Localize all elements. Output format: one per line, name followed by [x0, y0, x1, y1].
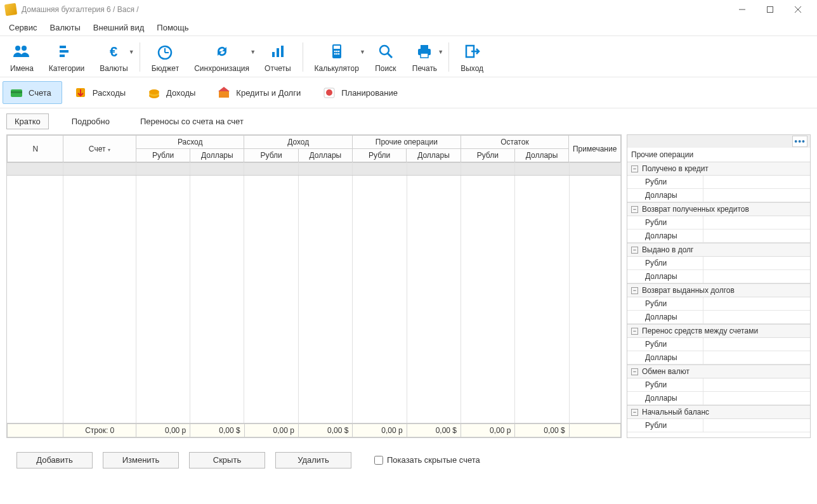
- col-expense[interactable]: Расход: [136, 136, 244, 149]
- side-group-1[interactable]: −Возврат полученных кредитов: [627, 203, 810, 216]
- show-hidden-checkbox[interactable]: Показать скрытые счета: [374, 455, 480, 465]
- section-accounts[interactable]: Счета: [3, 81, 62, 104]
- table-row[interactable]: [7, 163, 621, 176]
- collapse-icon[interactable]: −: [631, 287, 638, 294]
- toolbar-search-button[interactable]: Поиск: [367, 40, 405, 74]
- subcol-2[interactable]: Рубли: [244, 149, 298, 162]
- side-row[interactable]: Доллары: [627, 270, 810, 283]
- add-button[interactable]: Добавить: [16, 452, 93, 468]
- toolbar-exit-button[interactable]: Выход: [453, 40, 491, 74]
- toolbar-currencies-button[interactable]: €Валюты▼: [92, 40, 136, 74]
- subcol-5[interactable]: Доллары: [407, 149, 461, 162]
- calculator-icon: [327, 41, 347, 61]
- col-balance[interactable]: Остаток: [461, 136, 569, 149]
- minimize-button[interactable]: [728, 1, 756, 18]
- footer-val-2: 0,00 р: [244, 423, 298, 437]
- side-group-6[interactable]: −Начальный баланс: [627, 406, 810, 419]
- toolbar-reports-button[interactable]: Отчеты: [257, 40, 298, 74]
- side-group-4[interactable]: −Перенос средств между счетами: [627, 325, 810, 338]
- toolbar-budget-button[interactable]: Бюджет: [144, 40, 186, 74]
- side-row[interactable]: Доллары: [627, 229, 810, 243]
- reports-icon: [268, 41, 288, 61]
- side-row[interactable]: Рубли: [627, 257, 810, 270]
- budget-icon: [155, 41, 175, 61]
- accounts-grid: N Счет▾ Расход Доход Прочие операции Ост…: [6, 134, 622, 438]
- side-group-3[interactable]: −Возврат выданных долгов: [627, 284, 810, 297]
- subtab-detail[interactable]: Подробно: [64, 114, 117, 129]
- app-icon: [4, 3, 17, 16]
- side-row[interactable]: Рубли: [627, 419, 810, 432]
- svg-point-21: [334, 53, 336, 55]
- close-button[interactable]: [784, 1, 812, 18]
- side-row[interactable]: Доллары: [627, 189, 810, 202]
- side-panel: ••• Прочие операции −Получено в кредитРу…: [627, 134, 811, 438]
- toolbar-names-button[interactable]: Имена: [3, 40, 41, 74]
- svg-rect-17: [334, 46, 340, 49]
- side-group-0[interactable]: −Получено в кредит: [627, 162, 810, 176]
- toolbar-categories-button[interactable]: Категории: [41, 40, 92, 74]
- collapse-icon[interactable]: −: [631, 206, 638, 213]
- subcol-1[interactable]: Доллары: [190, 149, 244, 162]
- menu-3[interactable]: Помощь: [150, 20, 195, 35]
- subcol-3[interactable]: Доллары: [298, 149, 352, 162]
- svg-point-22: [336, 53, 337, 55]
- menubar: СервисВалютыВнешний видПомощь: [0, 19, 817, 36]
- subcol-7[interactable]: Доллары: [514, 149, 568, 162]
- hide-button[interactable]: Скрыть: [189, 452, 265, 468]
- svg-point-5: [22, 46, 27, 51]
- side-row[interactable]: Рубли: [627, 338, 810, 351]
- subcol-6[interactable]: Рубли: [461, 149, 514, 162]
- menu-0[interactable]: Сервис: [3, 20, 44, 35]
- svg-rect-13: [272, 52, 275, 57]
- collapse-icon[interactable]: −: [631, 165, 638, 172]
- col-account[interactable]: Счет▾: [63, 136, 136, 162]
- side-row[interactable]: Рубли: [627, 297, 810, 311]
- income-icon: [147, 86, 161, 100]
- collapse-icon[interactable]: −: [631, 409, 638, 416]
- col-income[interactable]: Доход: [244, 136, 353, 149]
- table-empty-area: [7, 176, 621, 423]
- delete-button[interactable]: Удалить: [275, 452, 351, 468]
- svg-text:€: €: [110, 44, 117, 60]
- collapse-icon[interactable]: −: [631, 368, 638, 375]
- side-group-2[interactable]: −Выдано в долг: [627, 243, 810, 257]
- svg-rect-15: [281, 46, 284, 57]
- panel-options-icon[interactable]: •••: [792, 136, 807, 147]
- toolbar-print-button[interactable]: Печать▼: [405, 40, 445, 74]
- svg-line-25: [388, 53, 392, 58]
- side-row[interactable]: Доллары: [627, 392, 810, 405]
- menu-2[interactable]: Внешний вид: [87, 20, 151, 35]
- col-other[interactable]: Прочие операции: [353, 136, 461, 149]
- side-group-5[interactable]: −Обмен валют: [627, 365, 810, 378]
- col-n[interactable]: N: [8, 136, 63, 162]
- show-hidden-input[interactable]: [374, 456, 383, 465]
- toolbar-sync-button[interactable]: Синхронизация▼: [186, 40, 257, 74]
- side-row[interactable]: Доллары: [627, 311, 810, 324]
- svg-marker-37: [218, 87, 230, 91]
- subtab-brief[interactable]: Кратко: [6, 113, 49, 129]
- footer-val-7: 0,00 $: [515, 423, 569, 437]
- subcol-4[interactable]: Рубли: [353, 149, 407, 162]
- side-row[interactable]: Рубли: [627, 378, 810, 392]
- side-row[interactable]: Рубли: [627, 216, 810, 229]
- collapse-icon[interactable]: −: [631, 328, 638, 335]
- section-planning[interactable]: Планирование: [316, 82, 408, 103]
- collapse-icon[interactable]: −: [631, 247, 638, 254]
- edit-button[interactable]: Изменить: [103, 452, 179, 468]
- subcol-0[interactable]: Рубли: [136, 149, 190, 162]
- subtabs: КраткоПодробноПереносы со счета на счет: [0, 108, 817, 134]
- currencies-icon: €: [103, 41, 124, 61]
- section-expenses[interactable]: Расходы: [67, 82, 136, 103]
- svg-rect-6: [60, 46, 66, 48]
- footer-rows-label: Строк: 0: [63, 423, 136, 437]
- side-row[interactable]: Рубли: [627, 176, 810, 189]
- svg-rect-31: [11, 91, 22, 93]
- subtab-transfers[interactable]: Переносы со счета на счет: [133, 114, 251, 129]
- maximize-button[interactable]: [756, 1, 784, 18]
- toolbar-calculator-button[interactable]: Калькулятор▼: [307, 40, 367, 74]
- side-row[interactable]: Доллары: [627, 351, 810, 365]
- section-credits[interactable]: Кредиты и Долги: [211, 82, 311, 103]
- menu-1[interactable]: Валюты: [44, 20, 87, 35]
- col-note[interactable]: Примечание: [569, 136, 621, 162]
- section-income[interactable]: Доходы: [141, 82, 206, 103]
